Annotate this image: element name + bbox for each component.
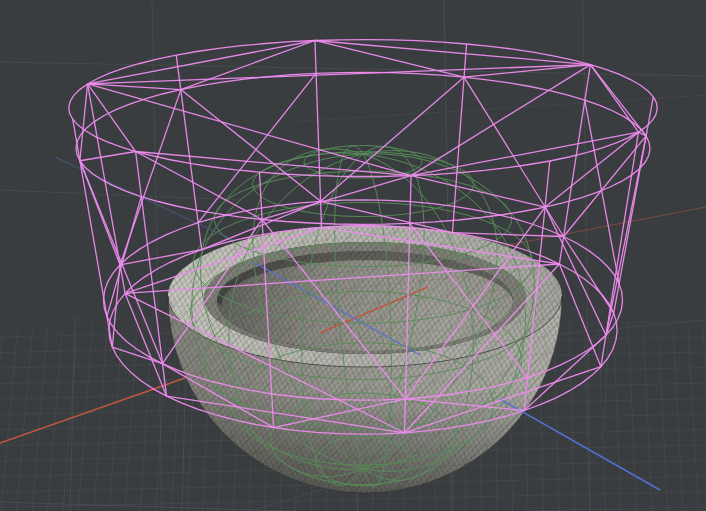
bowl-mesh-object[interactable] [140, 200, 600, 505]
3d-viewport-canvas[interactable] [0, 0, 706, 511]
bowl-mesh-triangulation [140, 200, 600, 505]
viewport-window [0, 0, 706, 511]
